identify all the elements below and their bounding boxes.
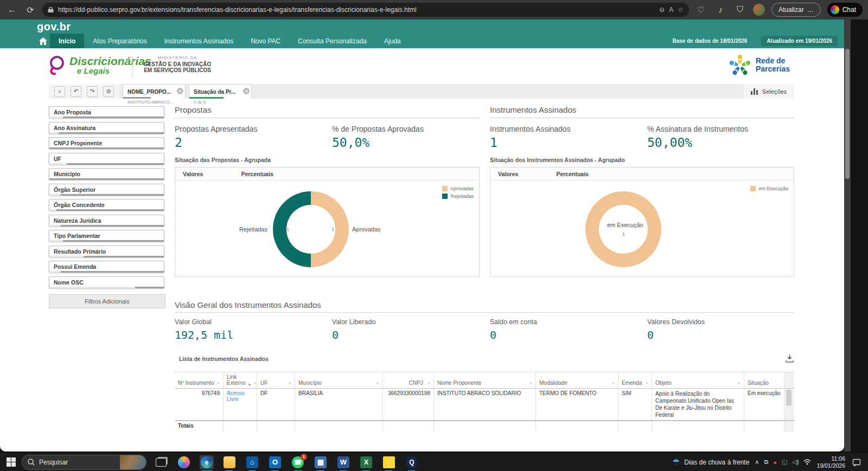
read-aloud-icon[interactable]: A <box>669 6 673 14</box>
filter-orgao-superior[interactable]: Órgão Superior <box>49 184 164 196</box>
copilot-chat-button[interactable]: Chat <box>827 3 863 17</box>
tab-percentuais[interactable]: Percentuais <box>556 171 589 177</box>
col-header-link-externo[interactable]: Link Externo▲⌕ <box>224 372 257 388</box>
cell-link-externo[interactable]: Acesso Livre <box>224 389 257 420</box>
more-options-icon[interactable]: … <box>807 6 814 14</box>
edge-app-icon[interactable]: e <box>200 455 214 469</box>
smart-search-icon[interactable]: ⌕ <box>54 86 65 97</box>
column-search-icon[interactable]: ⌕ <box>427 380 430 386</box>
col-header-situacao[interactable]: Situação <box>744 372 784 388</box>
cell-objeto[interactable]: Apoio à Realização do Campeonato Unifica… <box>652 389 744 420</box>
copilot-app-icon[interactable] <box>177 455 191 469</box>
close-icon[interactable]: ✕ <box>243 88 250 94</box>
column-search-icon[interactable]: ⌕ <box>646 380 648 386</box>
filter-natureza-juridica[interactable]: Natureza Jurídica <box>49 215 164 227</box>
additional-filters-button[interactable]: Filtros Adicionais <box>49 294 165 308</box>
reload-icon[interactable]: ⟳ <box>24 3 37 16</box>
donut-chart-propostas[interactable] <box>273 191 349 267</box>
step-back-icon[interactable]: ↶ <box>71 86 81 97</box>
nav-item-atos-preparatorios[interactable]: Atos Preparatórios <box>84 34 155 48</box>
microsoft-store-icon[interactable]: ⌂ <box>245 455 259 469</box>
filter-possui-emenda[interactable]: Possui Emenda <box>49 261 164 273</box>
back-icon[interactable]: ← <box>5 3 18 16</box>
column-search-icon[interactable]: ⌕ <box>738 380 741 386</box>
sort-asc-icon[interactable]: ▲ <box>247 382 251 386</box>
cell-emenda[interactable]: SIM <box>618 389 652 420</box>
whatsapp-icon[interactable]: ☎1 <box>291 455 305 469</box>
cell-instrumento[interactable]: 976749 <box>175 389 224 420</box>
collections-icon[interactable]: ⛉ <box>733 3 746 16</box>
browser-essentials-icon[interactable]: ♡ <box>694 3 707 16</box>
cell-situacao[interactable]: Em execução <box>744 389 784 420</box>
col-header-objeto[interactable]: Objeto⌕ <box>652 372 744 388</box>
cell-modalidade[interactable]: TERMO DE FOMENTO <box>536 389 618 420</box>
clear-selections-icon[interactable]: ⊘ <box>103 86 114 97</box>
word-icon[interactable]: W <box>336 455 350 469</box>
table-row[interactable]: 976749 Acesso Livre DF BRASÍLIA 36629330… <box>175 389 794 421</box>
address-bar[interactable]: https://dd-publico.serpro.gov.br/extensi… <box>42 3 689 17</box>
tab-valores[interactable]: Valores <box>498 171 518 177</box>
sticky-notes-icon[interactable] <box>382 455 396 469</box>
weather-widget[interactable]: ☂ Dias de chuva à frente <box>672 457 749 467</box>
wifi-icon[interactable] <box>803 459 811 465</box>
cast-icon[interactable]: ⧉ <box>764 459 768 466</box>
site-info-lock-icon[interactable] <box>48 7 54 13</box>
page-scrollbar[interactable] <box>844 20 851 451</box>
col-header-emenda[interactable]: Emenda⌕ <box>618 372 652 388</box>
filter-tipo-parlamentar[interactable]: Tipo Parlamentar <box>49 230 164 242</box>
nav-item-novo-pac[interactable]: Novo PAC <box>242 34 289 48</box>
notification-center-icon[interactable] <box>851 456 863 468</box>
col-header-nome-proponente[interactable]: Nome Proponente⌕ <box>434 372 536 388</box>
excel-icon[interactable]: X <box>359 455 373 469</box>
filter-uf[interactable]: UF <box>49 153 164 165</box>
round-blue-app-icon[interactable]: Q <box>405 455 419 469</box>
nav-item-ajuda[interactable]: Ajuda <box>375 34 410 48</box>
col-header-modalidade[interactable]: Modalidade⌕ <box>536 372 618 388</box>
col-header-instrumento[interactable]: Nº Instrumento⌕ <box>175 372 224 388</box>
tab-valores[interactable]: Valores <box>183 171 203 177</box>
column-search-icon[interactable]: ⌕ <box>289 380 291 386</box>
zoom-out-icon[interactable]: ⊖ <box>659 6 665 14</box>
column-search-icon[interactable]: ⌕ <box>253 380 256 386</box>
nav-item-consulta-personalizada[interactable]: Consulta Personalizada <box>289 34 375 48</box>
close-icon[interactable]: ✕ <box>177 88 183 94</box>
column-search-icon[interactable]: ⌕ <box>529 380 532 386</box>
selection-tab-situacao[interactable]: Situação da Pr... 2 de 5 ✕ <box>189 84 252 99</box>
cell-municipio[interactable]: BRASÍLIA <box>295 389 383 420</box>
taskbar-search[interactable]: Pesquisar <box>22 455 146 470</box>
taskbar-clock[interactable]: 11:06 19/01/2026 <box>816 455 845 469</box>
filter-nome-osc[interactable]: Nome OSC <box>49 276 164 288</box>
home-icon[interactable] <box>36 34 50 48</box>
filter-ano-assinatura[interactable]: Ano Assinatura <box>49 122 164 134</box>
selection-tab-nome-proponente[interactable]: NOME_PROPO... INSTITUTO ABRACO... ✕ <box>123 84 186 99</box>
media-control-icon[interactable]: ♪ <box>714 3 727 16</box>
start-button[interactable] <box>0 453 22 471</box>
cell-uf[interactable]: DF <box>257 389 295 420</box>
col-header-uf[interactable]: UF⌕ <box>257 372 295 388</box>
favorite-star-icon[interactable]: ☆ <box>678 6 684 14</box>
filter-cnpj-proponente[interactable]: CNPJ Proponente <box>49 137 164 149</box>
search-highlight-image[interactable] <box>120 455 146 469</box>
file-explorer-icon[interactable] <box>222 455 237 469</box>
tab-percentuais[interactable]: Percentuais <box>241 171 273 177</box>
download-icon[interactable] <box>786 354 794 363</box>
filter-ano-proposta[interactable]: Ano Proposta <box>49 106 164 118</box>
donut-chart-instrumentos[interactable] <box>585 191 661 267</box>
col-header-cnpj[interactable]: CNPJ⌕ <box>383 372 434 388</box>
column-search-icon[interactable]: ⌕ <box>612 380 615 386</box>
step-forward-icon[interactable]: ↷ <box>87 86 98 97</box>
profile-avatar[interactable] <box>753 4 765 16</box>
chevron-up-icon[interactable]: ∧ <box>755 459 759 466</box>
filter-resultado-primario[interactable]: Resultado Primário <box>49 246 164 257</box>
filter-orgao-concedente[interactable]: Órgão Concedente <box>49 199 164 211</box>
remote-desktop-icon[interactable]: ◱ <box>782 459 787 466</box>
outlook-icon[interactable]: O <box>268 455 282 469</box>
cell-cnpj[interactable]: 36629330000198 <box>383 389 434 420</box>
column-search-icon[interactable]: ⌕ <box>376 380 379 386</box>
volume-icon[interactable]: ◁) <box>792 459 799 466</box>
nav-item-inicio[interactable]: Início <box>50 34 84 48</box>
column-search-icon[interactable]: ⌕ <box>217 380 220 386</box>
scrollbar-thumb[interactable] <box>845 49 850 179</box>
task-view-icon[interactable] <box>154 455 168 469</box>
update-browser-button[interactable]: Atualizar … <box>771 3 821 17</box>
